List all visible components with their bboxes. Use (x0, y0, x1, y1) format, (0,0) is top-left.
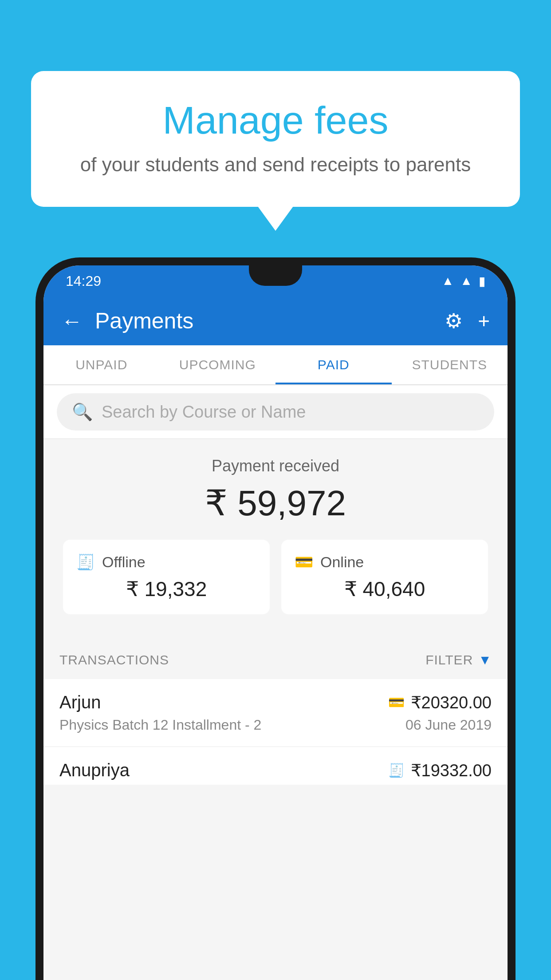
phone-screen: 14:29 ▲ ▲ ▮ ← Payments ⚙ + UNPAID (43, 265, 508, 980)
offline-card-header: 🧾 Offline (76, 553, 256, 571)
signal-icon: ▲ (460, 274, 472, 288)
bubble-title: Manage fees (62, 98, 489, 143)
offline-amount: ₹ 19,332 (76, 577, 256, 601)
search-bar[interactable]: 🔍 Search by Course or Name (57, 393, 494, 431)
online-card: 💳 Online ₹ 40,640 (281, 540, 488, 614)
offline-card: 🧾 Offline ₹ 19,332 (63, 540, 270, 614)
phone-frame: 14:29 ▲ ▲ ▮ ← Payments ⚙ + UNPAID (35, 257, 516, 980)
transaction-right-2: 🧾 ₹19332.00 (388, 761, 492, 780)
payment-method-icon-2: 🧾 (388, 763, 405, 778)
transactions-label: TRANSACTIONS (59, 652, 169, 668)
transaction-date: 06 June 2019 (405, 717, 492, 733)
transaction-top: Arjun 💳 ₹20320.00 (59, 692, 492, 712)
online-label: Online (320, 553, 364, 571)
transaction-amount: ₹20320.00 (411, 693, 492, 712)
transaction-right: 💳 ₹20320.00 (388, 693, 492, 712)
offline-label: Offline (102, 553, 146, 571)
tab-upcoming[interactable]: UPCOMING (160, 345, 276, 384)
settings-icon[interactable]: ⚙ (445, 309, 463, 333)
online-amount: ₹ 40,640 (295, 577, 475, 601)
course-info: Physics Batch 12 Installment - 2 (59, 717, 261, 733)
status-icons: ▲ ▲ ▮ (442, 274, 485, 288)
app-bar: ← Payments ⚙ + (43, 296, 508, 345)
filter-label: FILTER (425, 652, 473, 668)
bubble-subtitle: of your students and send receipts to pa… (62, 154, 489, 176)
payment-cards: 🧾 Offline ₹ 19,332 💳 Online ₹ 40,640 (57, 540, 494, 628)
tab-unpaid[interactable]: UNPAID (43, 345, 160, 384)
transactions-header: TRANSACTIONS FILTER ▼ (43, 641, 508, 679)
app-bar-actions: ⚙ + (445, 309, 490, 333)
payment-summary: Payment received ₹ 59,972 🧾 Offline ₹ 19… (43, 439, 508, 641)
online-icon: 💳 (295, 553, 313, 571)
transaction-bottom: Physics Batch 12 Installment - 2 06 June… (59, 717, 492, 733)
transaction-top-partial: Anupriya 🧾 ₹19332.00 (59, 760, 492, 780)
tab-students[interactable]: STUDENTS (392, 345, 508, 384)
filter-icon: ▼ (478, 652, 492, 668)
student-name: Arjun (59, 692, 101, 712)
tabs-bar: UNPAID UPCOMING PAID STUDENTS (43, 345, 508, 385)
offline-icon: 🧾 (76, 553, 95, 571)
search-container: 🔍 Search by Course or Name (43, 385, 508, 439)
payment-received-label: Payment received (57, 457, 494, 475)
background: Manage fees of your students and send re… (0, 0, 551, 980)
student-name-2: Anupriya (59, 760, 130, 780)
wifi-icon: ▲ (442, 274, 454, 288)
battery-icon: ▮ (479, 274, 485, 288)
add-icon[interactable]: + (478, 309, 490, 333)
payment-method-icon: 💳 (388, 695, 405, 710)
page-title: Payments (95, 308, 445, 334)
transaction-row-partial[interactable]: Anupriya 🧾 ₹19332.00 (43, 747, 508, 785)
transaction-amount-2: ₹19332.00 (411, 761, 492, 780)
speech-bubble: Manage fees of your students and send re… (31, 71, 520, 207)
back-button[interactable]: ← (61, 309, 83, 333)
online-card-header: 💳 Online (295, 553, 475, 571)
tab-paid[interactable]: PAID (276, 345, 392, 384)
phone-notch (249, 265, 302, 286)
transaction-row[interactable]: Arjun 💳 ₹20320.00 Physics Batch 12 Insta… (43, 679, 508, 747)
status-time: 14:29 (66, 273, 101, 289)
payment-total-amount: ₹ 59,972 (57, 482, 494, 524)
filter-button[interactable]: FILTER ▼ (425, 652, 492, 668)
search-input[interactable]: Search by Course or Name (102, 403, 306, 422)
search-icon: 🔍 (72, 402, 93, 422)
